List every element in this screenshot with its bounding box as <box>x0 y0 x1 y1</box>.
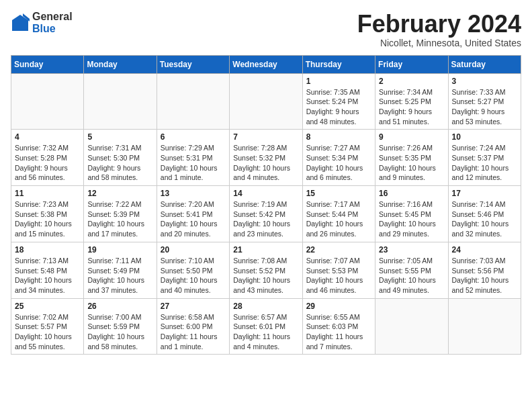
calendar-body: 1Sunrise: 7:35 AM Sunset: 5:24 PM Daylig… <box>11 73 521 355</box>
calendar-day: 6Sunrise: 7:29 AM Sunset: 5:31 PM Daylig… <box>157 130 229 186</box>
day-number: 13 <box>161 189 226 198</box>
month-title: February 2024 <box>357 11 521 38</box>
day-info: Sunrise: 7:14 AM Sunset: 5:46 PM Dayligh… <box>452 199 517 239</box>
day-number: 15 <box>306 189 371 198</box>
day-info: Sunrise: 7:29 AM Sunset: 5:31 PM Dayligh… <box>161 143 226 183</box>
calendar-day: 7Sunrise: 7:28 AM Sunset: 5:32 PM Daylig… <box>230 130 302 186</box>
weekday-header-saturday: Saturday <box>448 55 521 73</box>
calendar-day: 3Sunrise: 7:33 AM Sunset: 5:27 PM Daylig… <box>448 73 521 130</box>
calendar-day: 11Sunrise: 7:23 AM Sunset: 5:38 PM Dayli… <box>11 186 84 242</box>
day-number: 17 <box>452 189 517 198</box>
calendar-day: 18Sunrise: 7:13 AM Sunset: 5:48 PM Dayli… <box>11 242 84 298</box>
weekday-header-thursday: Thursday <box>302 55 375 73</box>
calendar-day: 25Sunrise: 7:02 AM Sunset: 5:57 PM Dayli… <box>11 298 84 355</box>
logo-blue: Blue <box>32 23 56 34</box>
calendar-day <box>157 73 229 130</box>
day-number: 29 <box>306 302 371 311</box>
day-number: 4 <box>15 132 80 142</box>
calendar-day: 16Sunrise: 7:16 AM Sunset: 5:45 PM Dayli… <box>375 186 448 242</box>
calendar-day: 19Sunrise: 7:11 AM Sunset: 5:49 PM Dayli… <box>84 242 157 298</box>
day-number: 20 <box>161 245 226 255</box>
day-number: 22 <box>306 245 371 255</box>
day-number: 14 <box>233 189 298 198</box>
calendar-day: 14Sunrise: 7:19 AM Sunset: 5:42 PM Dayli… <box>230 186 302 242</box>
calendar-day: 10Sunrise: 7:24 AM Sunset: 5:37 PM Dayli… <box>448 130 521 186</box>
day-info: Sunrise: 7:07 AM Sunset: 5:53 PM Dayligh… <box>306 256 371 295</box>
day-info: Sunrise: 7:24 AM Sunset: 5:37 PM Dayligh… <box>452 143 517 183</box>
calendar-day: 5Sunrise: 7:31 AM Sunset: 5:30 PM Daylig… <box>84 130 157 186</box>
calendar-day: 2Sunrise: 7:34 AM Sunset: 5:25 PM Daylig… <box>375 73 448 130</box>
day-info: Sunrise: 7:10 AM Sunset: 5:50 PM Dayligh… <box>161 256 226 295</box>
calendar-day: 28Sunrise: 6:57 AM Sunset: 6:01 PM Dayli… <box>230 298 302 355</box>
calendar-day <box>375 298 448 355</box>
day-info: Sunrise: 7:00 AM Sunset: 5:59 PM Dayligh… <box>87 312 152 352</box>
day-info: Sunrise: 7:17 AM Sunset: 5:44 PM Dayligh… <box>306 199 371 239</box>
day-info: Sunrise: 7:05 AM Sunset: 5:55 PM Dayligh… <box>379 256 444 295</box>
day-number: 24 <box>452 245 517 255</box>
calendar-day: 20Sunrise: 7:10 AM Sunset: 5:50 PM Dayli… <box>157 242 229 298</box>
calendar-day: 29Sunrise: 6:55 AM Sunset: 6:03 PM Dayli… <box>302 298 375 355</box>
calendar-week-1: 1Sunrise: 7:35 AM Sunset: 5:24 PM Daylig… <box>11 73 521 130</box>
calendar-day <box>448 298 521 355</box>
day-info: Sunrise: 7:31 AM Sunset: 5:30 PM Dayligh… <box>87 143 152 183</box>
day-number: 27 <box>161 302 226 311</box>
day-info: Sunrise: 7:34 AM Sunset: 5:25 PM Dayligh… <box>379 87 444 127</box>
day-info: Sunrise: 6:55 AM Sunset: 6:03 PM Dayligh… <box>306 312 371 352</box>
day-number: 2 <box>379 77 444 86</box>
day-info: Sunrise: 7:11 AM Sunset: 5:49 PM Dayligh… <box>87 256 152 295</box>
day-info: Sunrise: 7:32 AM Sunset: 5:28 PM Dayligh… <box>15 143 80 183</box>
calendar-day: 17Sunrise: 7:14 AM Sunset: 5:46 PM Dayli… <box>448 186 521 242</box>
weekday-header-sunday: Sunday <box>11 55 84 73</box>
title-block: February 2024 Nicollet, Minnesota, Unite… <box>357 11 521 48</box>
day-number: 6 <box>161 132 226 142</box>
day-number: 25 <box>15 302 80 311</box>
calendar-day: 21Sunrise: 7:08 AM Sunset: 5:52 PM Dayli… <box>230 242 302 298</box>
day-number: 5 <box>87 132 152 142</box>
day-number: 3 <box>452 77 517 86</box>
calendar-week-2: 4Sunrise: 7:32 AM Sunset: 5:28 PM Daylig… <box>11 130 521 186</box>
day-number: 10 <box>452 132 517 142</box>
day-number: 19 <box>87 245 152 255</box>
calendar-week-5: 25Sunrise: 7:02 AM Sunset: 5:57 PM Dayli… <box>11 298 521 355</box>
day-info: Sunrise: 7:03 AM Sunset: 5:56 PM Dayligh… <box>452 256 517 295</box>
day-info: Sunrise: 7:28 AM Sunset: 5:32 PM Dayligh… <box>233 143 298 183</box>
logo-icon <box>11 13 30 32</box>
calendar-day <box>84 73 157 130</box>
weekday-header-wednesday: Wednesday <box>230 55 302 73</box>
day-info: Sunrise: 7:27 AM Sunset: 5:34 PM Dayligh… <box>306 143 371 183</box>
day-number: 8 <box>306 132 371 142</box>
day-number: 7 <box>233 132 298 142</box>
weekday-header-tuesday: Tuesday <box>157 55 229 73</box>
calendar-header: SundayMondayTuesdayWednesdayThursdayFrid… <box>11 55 521 73</box>
day-number: 28 <box>233 302 298 311</box>
location-text: Nicollet, Minnesota, United States <box>357 38 521 48</box>
weekday-header-monday: Monday <box>84 55 157 73</box>
day-info: Sunrise: 7:26 AM Sunset: 5:35 PM Dayligh… <box>379 143 444 183</box>
day-number: 12 <box>87 189 152 198</box>
weekday-header-row: SundayMondayTuesdayWednesdayThursdayFrid… <box>11 55 521 73</box>
calendar-day: 9Sunrise: 7:26 AM Sunset: 5:35 PM Daylig… <box>375 130 448 186</box>
calendar-day: 26Sunrise: 7:00 AM Sunset: 5:59 PM Dayli… <box>84 298 157 355</box>
day-info: Sunrise: 7:02 AM Sunset: 5:57 PM Dayligh… <box>15 312 80 352</box>
day-info: Sunrise: 7:33 AM Sunset: 5:27 PM Dayligh… <box>452 87 517 127</box>
page-header: General Blue February 2024 Nicollet, Min… <box>11 11 521 48</box>
calendar-day: 22Sunrise: 7:07 AM Sunset: 5:53 PM Dayli… <box>302 242 375 298</box>
day-info: Sunrise: 6:58 AM Sunset: 6:00 PM Dayligh… <box>161 312 226 352</box>
day-info: Sunrise: 7:19 AM Sunset: 5:42 PM Dayligh… <box>233 199 298 239</box>
calendar-day: 23Sunrise: 7:05 AM Sunset: 5:55 PM Dayli… <box>375 242 448 298</box>
calendar-day: 24Sunrise: 7:03 AM Sunset: 5:56 PM Dayli… <box>448 242 521 298</box>
day-number: 21 <box>233 245 298 255</box>
calendar-day: 27Sunrise: 6:58 AM Sunset: 6:00 PM Dayli… <box>157 298 229 355</box>
day-info: Sunrise: 7:08 AM Sunset: 5:52 PM Dayligh… <box>233 256 298 295</box>
calendar-day: 4Sunrise: 7:32 AM Sunset: 5:28 PM Daylig… <box>11 130 84 186</box>
calendar-day <box>11 73 84 130</box>
day-info: Sunrise: 7:13 AM Sunset: 5:48 PM Dayligh… <box>15 256 80 295</box>
calendar-day: 1Sunrise: 7:35 AM Sunset: 5:24 PM Daylig… <box>302 73 375 130</box>
calendar-week-4: 18Sunrise: 7:13 AM Sunset: 5:48 PM Dayli… <box>11 242 521 298</box>
weekday-header-friday: Friday <box>375 55 448 73</box>
calendar-day: 15Sunrise: 7:17 AM Sunset: 5:44 PM Dayli… <box>302 186 375 242</box>
logo: General Blue <box>11 11 73 34</box>
logo-text: General Blue <box>32 11 73 34</box>
day-number: 16 <box>379 189 444 198</box>
day-number: 9 <box>379 132 444 142</box>
